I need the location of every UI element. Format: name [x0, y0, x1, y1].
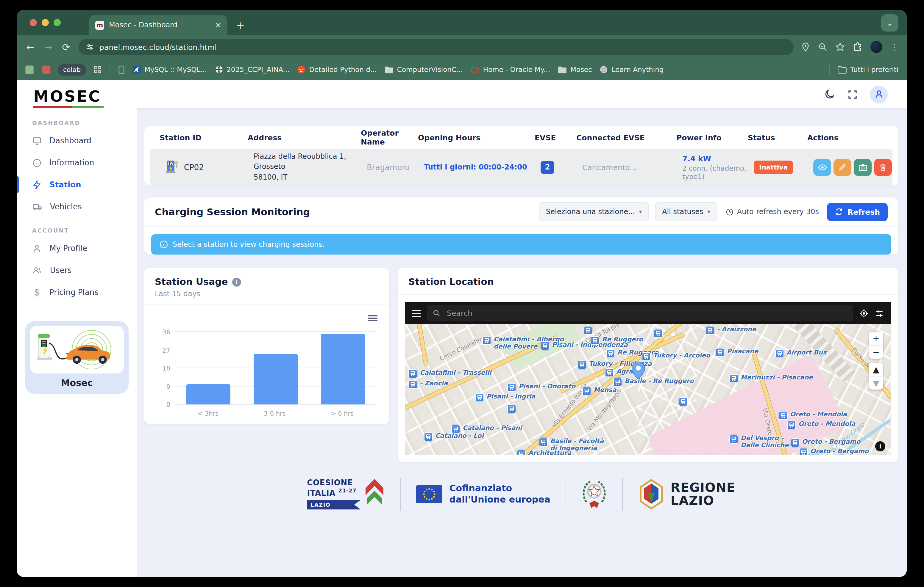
bus-stop-marker[interactable]: [408, 380, 417, 389]
browser-profile-avatar[interactable]: [870, 41, 882, 53]
sidebar-item-station[interactable]: Station: [16, 174, 137, 196]
bookmark-mosec[interactable]: Mosec: [558, 66, 592, 74]
bus-stop-marker[interactable]: [482, 336, 491, 345]
bus-stop-marker[interactable]: [539, 438, 548, 447]
bus-stop-marker[interactable]: [654, 329, 663, 338]
maximize-window-button[interactable]: [54, 19, 61, 26]
bus-stop-marker[interactable]: [424, 432, 433, 441]
close-window-button[interactable]: [30, 19, 37, 26]
bus-stop-marker[interactable]: [507, 383, 516, 392]
fullscreen-icon[interactable]: [847, 89, 858, 100]
bus-stop-marker[interactable]: [605, 368, 614, 377]
bookmark-red-app-icon[interactable]: [42, 65, 51, 74]
usage-chart-xlabels: < 3hrs3-6 hrs> 6 hrs: [175, 410, 376, 417]
extensions-icon[interactable]: [853, 42, 863, 52]
bus-stop-label: Catalano - Loi: [435, 432, 484, 439]
bookmark-python[interactable]: Detailed Python d...: [297, 66, 376, 74]
usage-info-icon[interactable]: i: [232, 278, 241, 286]
bus-stop-marker[interactable]: [679, 397, 688, 406]
edit-button[interactable]: [833, 158, 851, 176]
bookmark-ccpi[interactable]: 2025_CCPI_AINA...: [214, 66, 289, 74]
usage-bar-2[interactable]: [321, 334, 365, 404]
sidebar-item-dashboard[interactable]: Dashboard: [16, 130, 137, 152]
bookmark-all-favorites[interactable]: Tutti i preferiti: [838, 66, 898, 74]
mosec-logo[interactable]: MOSEC: [16, 80, 137, 110]
bus-stop-marker[interactable]: [541, 341, 549, 350]
bus-stop-marker[interactable]: [591, 336, 599, 345]
bus-stop-marker[interactable]: [582, 386, 591, 396]
bus-stop-marker[interactable]: [606, 349, 615, 358]
bookmark-phone-icon[interactable]: [117, 65, 125, 74]
apps-grid-icon[interactable]: [93, 66, 102, 74]
usage-bar-0[interactable]: [186, 384, 231, 404]
bus-stop-marker[interactable]: [716, 348, 724, 357]
bus-stop-marker[interactable]: [779, 411, 788, 420]
camera-button[interactable]: [854, 158, 871, 176]
bookmark-green-app-icon[interactable]: [25, 65, 34, 74]
minimize-window-button[interactable]: [42, 19, 49, 26]
dark-mode-icon[interactable]: [824, 89, 835, 100]
bus-stop-label: Oreto - Mendola: [799, 420, 855, 427]
refresh-button[interactable]: Refresh: [827, 202, 888, 221]
map-menu-icon[interactable]: [412, 308, 421, 319]
sidebar-item-pricing-plans[interactable]: Pricing Plans: [16, 281, 137, 303]
bus-stop-marker[interactable]: [578, 360, 586, 369]
pitch-down-button[interactable]: ▼: [869, 376, 883, 390]
pitch-up-button[interactable]: ▲: [869, 363, 883, 376]
sidebar-item-my-profile[interactable]: My Profile: [16, 237, 137, 259]
new-tab-button[interactable]: +: [236, 19, 245, 31]
bookmark-computer-vision[interactable]: ComputerVisionC...: [384, 66, 463, 74]
delete-button[interactable]: [874, 158, 892, 176]
bus-stop-marker[interactable]: [775, 349, 784, 358]
power-kw: 7.4 kW: [682, 154, 754, 163]
back-button[interactable]: ←: [25, 41, 36, 53]
sidebar-item-information[interactable]: Information: [16, 152, 137, 174]
tab-close-icon[interactable]: ✕: [215, 21, 221, 30]
bus-stop-marker[interactable]: [517, 450, 526, 455]
bookmark-learn-anything[interactable]: Learn Anything: [600, 66, 664, 74]
status-select[interactable]: All statuses ▾: [655, 202, 717, 221]
map-search-field[interactable]: [427, 305, 853, 321]
station-location-pin[interactable]: [632, 362, 645, 380]
bus-stop-marker[interactable]: [408, 369, 417, 378]
bookmark-mysql[interactable]: MySQL :: MySQL...: [132, 66, 207, 74]
bookmark-colab[interactable]: colab: [58, 64, 86, 75]
map-search-input[interactable]: [446, 308, 847, 318]
bus-stop-marker[interactable]: [787, 421, 796, 429]
tab-search-chevron-button[interactable]: ⌄: [881, 14, 898, 31]
bus-stop-marker[interactable]: [507, 404, 516, 413]
auto-refresh-label: Auto-refresh every 30s: [737, 207, 819, 216]
bus-stop-marker[interactable]: [729, 435, 738, 444]
locate-icon[interactable]: [859, 308, 869, 318]
location-pin-icon[interactable]: [801, 42, 810, 52]
map[interactable]: + − ▲ ▼ i Calatafimi - Albergo delle P: [405, 302, 891, 455]
zoom-out-icon[interactable]: [818, 42, 828, 52]
station-row[interactable]: EV CP02 Piazza della Reoubblica 1, Gross…: [150, 149, 893, 186]
bus-stop-marker[interactable]: [706, 326, 714, 335]
address-bar[interactable]: panel.mosec.cloud/station.html: [79, 39, 794, 55]
sidebar-item-vehicles[interactable]: Vehicles: [16, 196, 137, 218]
bus-stop-marker[interactable]: [790, 438, 800, 447]
browser-menu-icon[interactable]: ⋮: [890, 42, 898, 52]
user-avatar-button[interactable]: [870, 86, 888, 103]
zoom-out-button[interactable]: −: [869, 345, 883, 358]
site-settings-icon[interactable]: [86, 43, 94, 51]
bus-stop-marker[interactable]: [729, 374, 738, 383]
forward-button[interactable]: →: [43, 41, 54, 53]
bookmark-oracle[interactable]: Home - Oracle My...: [470, 66, 550, 74]
map-attribution-info-button[interactable]: i: [875, 441, 885, 451]
sidebar-item-users[interactable]: Users: [16, 259, 137, 281]
bus-stop-marker[interactable]: [475, 393, 484, 402]
bookmark-star-icon[interactable]: [835, 42, 845, 52]
map-settings-icon[interactable]: [874, 308, 884, 318]
bus-stop: [584, 326, 592, 335]
view-button[interactable]: [813, 158, 831, 176]
bus-stop-marker[interactable]: [613, 378, 622, 386]
zoom-in-button[interactable]: +: [869, 332, 883, 345]
bus-stop-marker[interactable]: [584, 326, 592, 335]
bus-stop-marker[interactable]: [799, 448, 808, 455]
station-select[interactable]: Seleziona una stazione... ▾: [539, 202, 649, 221]
usage-bar-1[interactable]: [254, 354, 298, 404]
reload-button[interactable]: ⟳: [61, 41, 71, 53]
browser-tab[interactable]: m Mosec - Dashboard ✕: [89, 15, 228, 35]
